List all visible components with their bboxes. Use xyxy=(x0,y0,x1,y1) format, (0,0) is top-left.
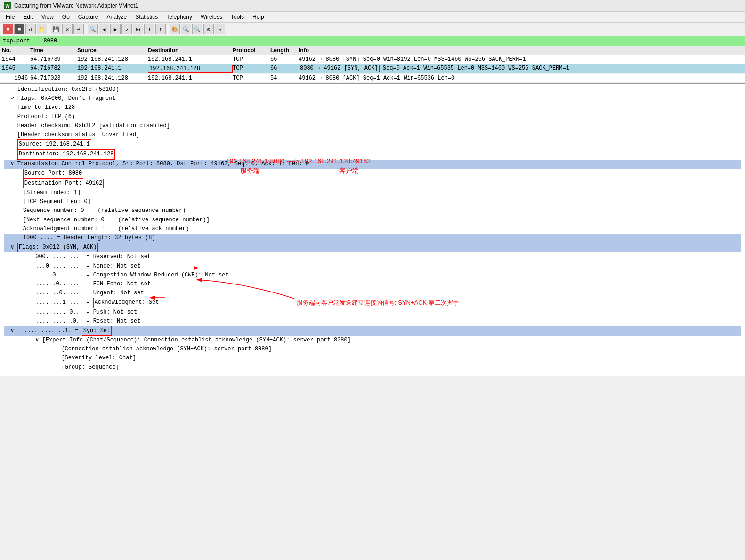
app-icon: W xyxy=(4,2,11,9)
packet-info: 49162 → 8080 [ACK] Seq=1 Ack=1 Win=65536… xyxy=(299,75,743,81)
zoom-reset-btn[interactable]: ⊙ xyxy=(203,24,214,34)
packet-dst: 192.168.241.128 xyxy=(148,65,233,73)
open-btn[interactable]: 📁 xyxy=(37,24,47,34)
client-label: 客户端 xyxy=(339,167,359,175)
packet-src: 192.168.241.128 xyxy=(77,56,148,63)
col-header-no: No. xyxy=(2,47,30,54)
packet-info: 66 49162 → 8080 [SYN] Seq=0 Win=8192 Len… xyxy=(299,56,743,63)
col-header-protocol: Protocol xyxy=(233,47,270,54)
packet-proto: TCP xyxy=(233,75,270,81)
detail-line: Protocol: TCP (6) xyxy=(4,113,741,122)
table-row[interactable]: └ 1946 64.717023 192.168.241.128 192.168… xyxy=(0,74,745,83)
packet-src: 192.168.241.128 xyxy=(77,75,148,81)
title-bar: W Capturing from VMware Network Adapter … xyxy=(0,0,745,12)
detail-line: 000. .... .... = Reserved: Not set xyxy=(4,252,741,261)
next-btn[interactable]: ⬆ xyxy=(155,24,166,34)
packet-info: 8080 → 49162 [SYN, ACK] Seq=0 Ack=1 Win=… xyxy=(299,65,743,73)
menu-view[interactable]: View xyxy=(38,13,57,21)
packet-dst: 192.168.241.1 xyxy=(148,75,233,81)
detail-line: .... .... .0.. = Reset: Not set xyxy=(4,317,741,326)
goto-btn[interactable]: ↗ xyxy=(121,24,132,34)
packet-list-header: No. Time Source Destination Protocol Len… xyxy=(0,46,745,55)
server-label: 服务端 xyxy=(240,167,260,175)
reload-btn[interactable]: ↩ xyxy=(73,24,84,34)
detail-line: [Stream index: 1] xyxy=(4,188,741,197)
detail-line: Identification: 0xe2fd (58109) xyxy=(4,85,741,94)
detail-line: [TCP Segment Len: 0] xyxy=(4,197,741,206)
packet-len: 54 xyxy=(270,75,299,81)
table-row[interactable]: 1945 64.716782 192.168.241.1 192.168.241… xyxy=(0,64,745,74)
detail-line: Source: 192.168.241.1 xyxy=(4,139,741,149)
menu-capture[interactable]: Capture xyxy=(74,13,102,21)
col-header-destination: Destination xyxy=(148,47,233,54)
packet-time: 64.716782 xyxy=(30,65,77,73)
packet-len: 66 xyxy=(270,65,299,73)
stop-capture-btn[interactable]: ■ xyxy=(14,24,24,34)
detail-line: [Header checksum status: Unverified] xyxy=(4,130,741,139)
filter-bar xyxy=(0,36,745,46)
menu-wireless[interactable]: Wireless xyxy=(197,13,226,21)
detail-line: [Next sequence number: 0 (relative seque… xyxy=(4,216,741,225)
find-btn[interactable]: 🔍 xyxy=(88,24,98,34)
detail-line: [Group: Sequence] xyxy=(4,363,741,372)
detail-line: Header checksum: 0xb3f2 [validation disa… xyxy=(4,122,741,130)
menu-file[interactable]: File xyxy=(2,13,18,21)
menu-statistics[interactable]: Statistics xyxy=(131,13,162,21)
menu-telephony[interactable]: Telephony xyxy=(162,13,196,21)
detail-line[interactable]: > Flags: 0x4000, Don't fragment xyxy=(4,94,741,103)
detail-line: ...0 .... .... = Nonce: Not set xyxy=(4,262,741,271)
packet-no: └ 1946 xyxy=(2,75,30,81)
menu-bar: File Edit View Go Capture Analyze Statis… xyxy=(0,12,745,23)
menu-edit[interactable]: Edit xyxy=(19,13,37,21)
col-header-source: Source xyxy=(77,47,148,54)
zoom-in-btn[interactable]: 🔍 xyxy=(181,24,191,34)
packet-len: 66 xyxy=(270,56,299,63)
packet-src: 192.168.241.1 xyxy=(77,65,148,73)
packet-time: 64.717023 xyxy=(30,75,77,81)
menu-tools[interactable]: Tools xyxy=(227,13,248,21)
table-row[interactable]: 1944 64.716739 192.168.241.128 192.168.2… xyxy=(0,55,745,64)
menu-analyze[interactable]: Analyze xyxy=(103,13,131,21)
packet-proto: TCP xyxy=(233,56,270,63)
zoom-out-btn[interactable]: 🔍 xyxy=(192,24,202,34)
packet-time: 64.716739 xyxy=(30,56,77,63)
detail-line-syn: ∨ .... .... ..1. = Syn: Set xyxy=(4,326,741,336)
detail-line: .... .0.. .... = ECN-Echo: Not set xyxy=(4,280,741,289)
colorize-btn[interactable]: 🎨 xyxy=(170,24,180,34)
filter-input[interactable] xyxy=(3,38,742,44)
syn-ack-annotation: 服务端向客户端发送建立连接的信号: SYN+ACK 第二次握手 xyxy=(297,299,459,307)
detail-pane: Identification: 0xe2fd (58109) > Flags: … xyxy=(0,84,745,376)
col-header-info: Info xyxy=(299,47,743,54)
save-btn[interactable]: 💾 xyxy=(51,24,61,34)
detail-line: [Connection establish acknowledge (SYN+A… xyxy=(4,345,741,354)
menu-help[interactable]: Help xyxy=(249,13,268,21)
detail-line-tcp-header[interactable]: ∨ Transmission Control Protocol, Src Por… xyxy=(4,160,741,169)
detail-line: .... ..0. .... = Urgent: Not set xyxy=(4,289,741,298)
detail-line: Destination Port: 49162 xyxy=(4,179,741,188)
detail-line: Time to live: 128 xyxy=(4,103,741,112)
start-capture-btn[interactable]: ■ xyxy=(3,24,13,34)
packet-no: 1945 xyxy=(2,65,30,73)
first-btn[interactable]: ⏮ xyxy=(133,24,143,34)
forward-btn[interactable]: ▶ xyxy=(110,24,121,34)
detail-line: Destination: 192.168.241.128 xyxy=(4,149,741,159)
resize-col-btn[interactable]: ⇔ xyxy=(215,24,225,34)
back-btn[interactable]: ◀ xyxy=(99,24,109,34)
detail-line[interactable]: ∨ [Expert Info (Chat/Sequence): Connecti… xyxy=(4,336,741,345)
packet-dst: 192.168.241.1 xyxy=(148,56,233,63)
detail-line-header-length: 1000 .... = Header Length: 32 bytes (8) xyxy=(4,234,741,243)
menu-go[interactable]: Go xyxy=(58,13,73,21)
detail-line: .... .... 0... = Push: Not set xyxy=(4,308,741,317)
close-btn[interactable]: ✕ xyxy=(62,24,73,34)
restart-capture-btn[interactable]: ↺ xyxy=(25,24,36,34)
detail-line: Acknowledgment number: 1 (relative ack n… xyxy=(4,225,741,234)
detail-line: [Severity level: Chat] xyxy=(4,354,741,363)
packet-proto: TCP xyxy=(233,65,270,73)
detail-line-flags[interactable]: ∨ Flags: 0x012 (SYN, ACK) xyxy=(4,243,741,252)
server-client-annotation: 192.168.241.1:8080 ----> 192.168.241.128… xyxy=(226,157,371,165)
detail-line: .... 0... .... = Congestion Window Reduc… xyxy=(4,271,741,280)
packet-no: 1944 xyxy=(2,56,30,63)
prev-btn[interactable]: ⬇ xyxy=(144,24,154,34)
col-header-time: Time xyxy=(30,47,77,54)
detail-line: Source Port: 8080 xyxy=(4,169,741,179)
